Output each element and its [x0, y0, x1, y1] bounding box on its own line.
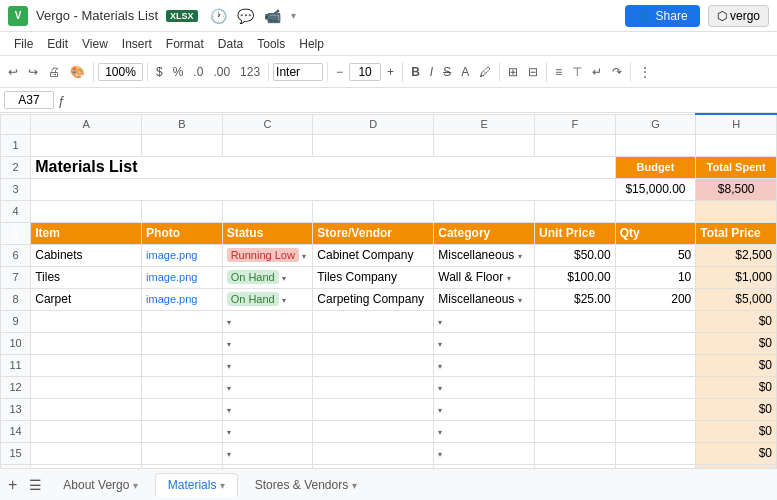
cell-materials-list-title[interactable]: Materials List	[31, 156, 615, 178]
cell-b4[interactable]	[142, 200, 223, 222]
cell-total-price-6[interactable]: $2,500	[696, 244, 777, 266]
merge-button[interactable]: ⊟	[524, 63, 542, 81]
row-num-9[interactable]: 9	[1, 310, 31, 332]
cell-f1[interactable]	[535, 134, 616, 156]
cell-e1[interactable]	[434, 134, 535, 156]
cell-d4[interactable]	[313, 200, 434, 222]
decimal-inc-button[interactable]: .0	[189, 63, 207, 81]
cell-photo-6[interactable]: image.png	[142, 244, 223, 266]
more-button[interactable]: ⋮	[635, 63, 655, 81]
cell-d1[interactable]	[313, 134, 434, 156]
status-dropdown-7[interactable]: ▾	[282, 274, 286, 283]
vergo-button[interactable]: ⬡ vergo	[708, 5, 769, 27]
cell-category-7[interactable]: Wall & Floor ▾	[434, 266, 535, 288]
cell-h1[interactable]	[696, 134, 777, 156]
borders-button[interactable]: ⊞	[504, 63, 522, 81]
cell-unit-price-7[interactable]: $100.00	[535, 266, 616, 288]
status-dropdown-6[interactable]: ▾	[302, 252, 306, 261]
col-header-h[interactable]: H	[696, 114, 777, 134]
valign-button[interactable]: ⊤	[568, 63, 586, 81]
font-select[interactable]: Inter	[273, 63, 323, 81]
row-num-13[interactable]: 13	[1, 398, 31, 420]
cell-a9[interactable]	[31, 310, 142, 332]
cell-h9[interactable]: $0	[696, 310, 777, 332]
cell-status-6[interactable]: Running Low ▾	[222, 244, 313, 266]
col-header-f[interactable]: F	[535, 114, 616, 134]
rotate-button[interactable]: ↷	[608, 63, 626, 81]
menu-view[interactable]: View	[76, 35, 114, 53]
cell-qty-6[interactable]: 50	[615, 244, 696, 266]
tab-materials[interactable]: Materials ▾	[155, 473, 238, 497]
add-sheet-button[interactable]: +	[4, 476, 21, 494]
formula-input[interactable]	[69, 93, 773, 107]
cell-f4[interactable]	[535, 200, 616, 222]
menu-help[interactable]: Help	[293, 35, 330, 53]
row-num-7[interactable]: 7	[1, 266, 31, 288]
cell-c9[interactable]: ▾	[222, 310, 313, 332]
cell-b9[interactable]	[142, 310, 223, 332]
cell-e9[interactable]: ▾	[434, 310, 535, 332]
col-header-c[interactable]: C	[222, 114, 313, 134]
cell-photo-7[interactable]: image.png	[142, 266, 223, 288]
tab-about-vergo-dropdown[interactable]: ▾	[133, 480, 138, 491]
cell-d9[interactable]	[313, 310, 434, 332]
strikethrough-button[interactable]: S	[439, 63, 455, 81]
menu-data[interactable]: Data	[212, 35, 249, 53]
row-num-8[interactable]: 8	[1, 288, 31, 310]
cell-g4[interactable]	[615, 200, 696, 222]
row-num-6[interactable]: 6	[1, 244, 31, 266]
cell-item-8[interactable]: Carpet	[31, 288, 142, 310]
menu-tools[interactable]: Tools	[251, 35, 291, 53]
bold-button[interactable]: B	[407, 63, 424, 81]
cell-reference[interactable]: A37	[4, 91, 54, 109]
row-num-3[interactable]: 3	[1, 178, 31, 200]
row-num-2[interactable]: 2	[1, 156, 31, 178]
cell-c4[interactable]	[222, 200, 313, 222]
cell-a3[interactable]	[31, 178, 615, 200]
row-num-15[interactable]: 15	[1, 442, 31, 464]
cell-status-7[interactable]: On Hand ▾	[222, 266, 313, 288]
col-header-g[interactable]: G	[615, 114, 696, 134]
cell-f9[interactable]	[535, 310, 616, 332]
cell-vendor-8[interactable]: Carpeting Company	[313, 288, 434, 310]
percent-button[interactable]: %	[169, 63, 188, 81]
cell-total-price-7[interactable]: $1,000	[696, 266, 777, 288]
cell-item-6[interactable]: Cabinets	[31, 244, 142, 266]
decimal-dec-button[interactable]: .00	[209, 63, 234, 81]
cell-status-8[interactable]: On Hand ▾	[222, 288, 313, 310]
text-color-button[interactable]: A	[457, 63, 473, 81]
cell-c1[interactable]	[222, 134, 313, 156]
cell-g1[interactable]	[615, 134, 696, 156]
cat-dropdown-7[interactable]: ▾	[507, 274, 511, 283]
cell-category-6[interactable]: Miscellaneous ▾	[434, 244, 535, 266]
row-num-12[interactable]: 12	[1, 376, 31, 398]
menu-format[interactable]: Format	[160, 35, 210, 53]
wrap-button[interactable]: ↵	[588, 63, 606, 81]
row-num-4[interactable]: 4	[1, 200, 31, 222]
cell-photo-8[interactable]: image.png	[142, 288, 223, 310]
cell-unit-price-8[interactable]: $25.00	[535, 288, 616, 310]
highlight-button[interactable]: 🖊	[475, 63, 495, 81]
align-button[interactable]: ≡	[551, 63, 566, 81]
tab-about-vergo[interactable]: About Vergo ▾	[50, 473, 150, 497]
cell-b1[interactable]	[142, 134, 223, 156]
row-num-11[interactable]: 11	[1, 354, 31, 376]
cat-dropdown-8[interactable]: ▾	[518, 296, 522, 305]
cell-category-8[interactable]: Miscellaneous ▾	[434, 288, 535, 310]
menu-edit[interactable]: Edit	[41, 35, 74, 53]
zoom-select[interactable]: 100%	[98, 63, 143, 81]
col-header-e[interactable]: E	[434, 114, 535, 134]
tab-materials-dropdown[interactable]: ▾	[220, 480, 225, 491]
col-header-d[interactable]: D	[313, 114, 434, 134]
cell-g9[interactable]	[615, 310, 696, 332]
cell-a4[interactable]	[31, 200, 142, 222]
video-icon[interactable]: 📹	[264, 8, 281, 24]
cell-qty-7[interactable]: 10	[615, 266, 696, 288]
share-button[interactable]: 👤 Share	[625, 5, 700, 27]
cell-vendor-7[interactable]: Tiles Company	[313, 266, 434, 288]
row-num-10[interactable]: 10	[1, 332, 31, 354]
cell-h4[interactable]	[696, 200, 777, 222]
sheet-menu-button[interactable]: ☰	[25, 477, 46, 493]
cell-vendor-6[interactable]: Cabinet Company	[313, 244, 434, 266]
currency-button[interactable]: $	[152, 63, 167, 81]
